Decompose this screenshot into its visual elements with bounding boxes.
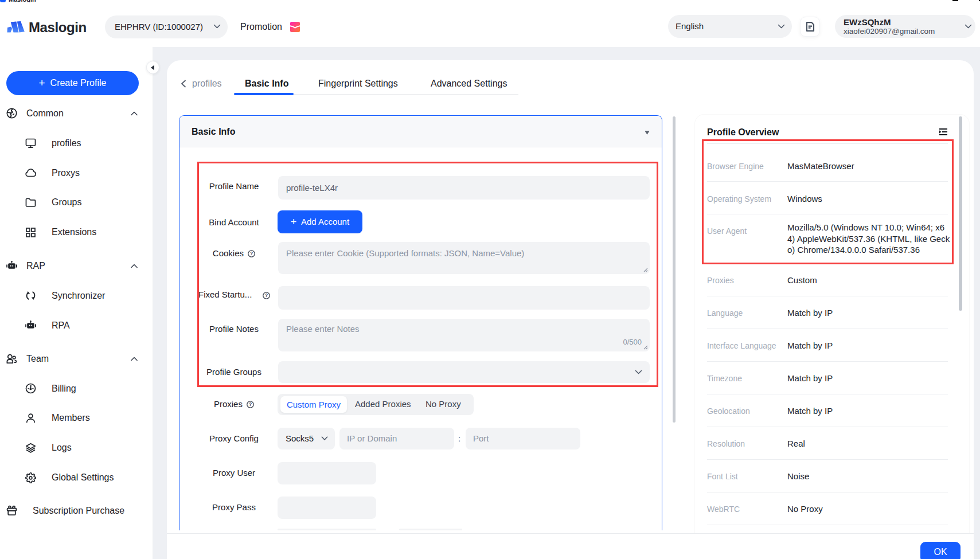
svg-text:?: ? (249, 401, 252, 407)
